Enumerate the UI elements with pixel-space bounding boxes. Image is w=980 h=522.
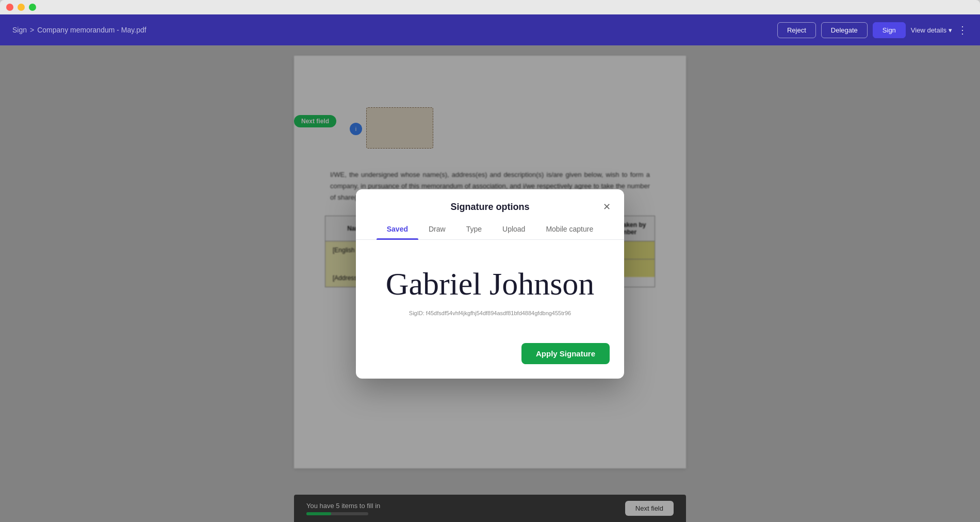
modal-header: Signature options ✕ <box>356 189 624 213</box>
modal-title: Signature options <box>370 202 610 213</box>
tab-upload[interactable]: Upload <box>492 221 535 239</box>
navbar-actions: Reject Delegate Sign View details ▾ ⋮ <box>777 22 968 38</box>
sign-button[interactable]: Sign <box>873 22 906 38</box>
breadcrumb-separator: > <box>30 26 34 34</box>
signature-name: Gabriel Johnson <box>386 266 595 301</box>
apply-signature-button[interactable]: Apply Signature <box>521 343 610 364</box>
chevron-down-icon: ▾ <box>949 26 952 34</box>
mac-window-chrome <box>0 0 980 14</box>
main-content: i Next field I/WE, the undersigned whose… <box>0 45 980 522</box>
modal-footer: Apply Signature <box>356 333 624 379</box>
mac-close-button[interactable] <box>6 4 13 11</box>
breadcrumb-sign[interactable]: Sign <box>12 26 27 34</box>
modal-overlay: Signature options ✕ Saved Draw Type Uplo… <box>0 45 980 522</box>
mac-maximize-button[interactable] <box>29 4 36 11</box>
view-details-label: View details <box>911 26 946 34</box>
mac-minimize-button[interactable] <box>18 4 25 11</box>
tab-mobile-capture[interactable]: Mobile capture <box>535 221 603 239</box>
navbar: Sign > Company memorandum - May.pdf Reje… <box>0 14 980 45</box>
breadcrumb: Sign > Company memorandum - May.pdf <box>12 26 146 34</box>
reject-button[interactable]: Reject <box>777 22 816 38</box>
tab-saved[interactable]: Saved <box>377 221 418 239</box>
signature-display: Gabriel Johnson SigID: f45dfsdf54vhf4jkg… <box>356 240 624 333</box>
modal-tabs: Saved Draw Type Upload Mobile capture <box>356 213 624 240</box>
signature-options-modal: Signature options ✕ Saved Draw Type Uplo… <box>356 189 624 379</box>
modal-close-button[interactable]: ✕ <box>599 200 614 214</box>
view-details-link[interactable]: View details ▾ <box>911 26 952 34</box>
signature-id: SigID: f45dfsdf54vhf4jkgfhj54df894asdf81… <box>409 310 571 316</box>
delegate-button[interactable]: Delegate <box>821 22 868 38</box>
more-options-icon[interactable]: ⋮ <box>957 24 968 36</box>
breadcrumb-file: Company memorandum - May.pdf <box>37 26 146 34</box>
tab-type[interactable]: Type <box>456 221 492 239</box>
tab-draw[interactable]: Draw <box>418 221 456 239</box>
